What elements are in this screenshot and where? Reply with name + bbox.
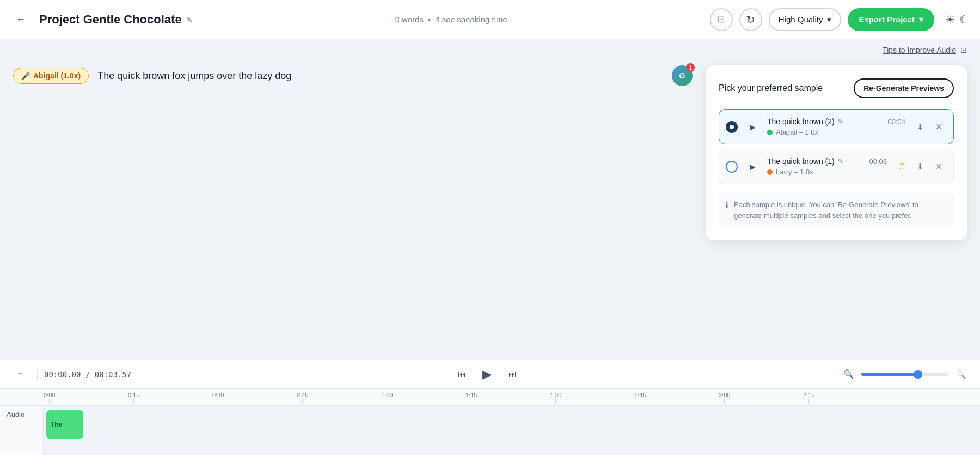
zoom-in-icon-button[interactable]: 🔍: [953, 366, 969, 383]
sample-title-row-2: The quick brown (1) ✎ 00:03: [767, 157, 887, 166]
ruler-mark-9: 2:15: [803, 392, 814, 403]
sample-close-2[interactable]: ✕: [930, 159, 947, 175]
sample-timer-2[interactable]: ⏱: [893, 159, 910, 175]
play-button[interactable]: ▶: [476, 363, 498, 385]
screenshot-button[interactable]: ⊡: [710, 8, 733, 31]
sample-panel-header: Pick your preferred sample Re-Generate P…: [719, 78, 954, 98]
zoom-controls: 🔍 🔍: [841, 366, 969, 383]
sample-panel: Pick your preferred sample Re-Generate P…: [706, 65, 967, 240]
ruler-tick-3: [302, 399, 303, 403]
ruler-tick-6: [555, 399, 556, 403]
export-chevron-icon: ▾: [919, 15, 923, 25]
ruler-tick-8: [724, 399, 725, 403]
audio-clip[interactable]: The: [46, 410, 83, 439]
header: ← Project Gentle Chocolate ✎ 9 words • 4…: [0, 0, 980, 39]
ruler-tick-9: [808, 399, 809, 403]
sample-download-1[interactable]: ⬇: [912, 119, 928, 135]
regenerate-button[interactable]: Re-Generate Previews: [854, 78, 954, 98]
sample-item-2[interactable]: ▶ The quick brown (1) ✎ 00:03 Larry – 1.…: [719, 149, 954, 184]
skip-back-button[interactable]: ⏮: [452, 365, 472, 384]
sample-note: ℹ Each sample is unique. You can 'Re-Gen…: [719, 193, 954, 227]
transport-bar: − 00:00.00 / 00:03.57 ⏮ ▶ ⏭ 🔍: [0, 360, 980, 389]
grammarly-badge: 1: [686, 63, 695, 72]
track-label: Audio: [0, 406, 44, 455]
speaker-label: Abigail (1.0x): [33, 71, 81, 80]
sample-play-1[interactable]: ▶: [744, 119, 761, 135]
edit-project-icon[interactable]: ✎: [186, 15, 193, 24]
sample-download-2[interactable]: ⬇: [912, 159, 928, 175]
sample-speaker-label-1: Abigail – 1.0x: [776, 128, 818, 136]
ruler-mark-7: 1:45: [634, 392, 646, 403]
audio-clip-label: The: [46, 418, 66, 430]
zoom-slider-thumb[interactable]: [914, 370, 922, 379]
sentence-text: The quick brown fox jumps over the lazy …: [97, 70, 291, 82]
sample-color-dot-1: [767, 130, 773, 135]
zoom-out-button[interactable]: −: [11, 365, 30, 384]
grammarly-button[interactable]: G 1: [672, 65, 693, 86]
skip-forward-button[interactable]: ⏭: [503, 365, 522, 384]
skip-forward-icon: ⏭: [508, 369, 517, 379]
ruler-label-9: 2:15: [803, 392, 814, 398]
ruler-label-3: 0:45: [297, 392, 308, 398]
ruler-mark-4: 1:00: [381, 392, 393, 403]
ruler-mark-0: 0:00: [44, 392, 55, 403]
ruler-mark-3: 0:45: [297, 392, 308, 403]
pick-sample-label: Pick your preferred sample: [719, 83, 823, 93]
refresh-button[interactable]: ↻: [739, 8, 762, 31]
header-right: ⊡ ↻ High Quality ▾ Export Project ▾ ☀ ☾: [710, 8, 969, 31]
ruler-tick-1: [133, 399, 134, 403]
main-area: Tips to Improve Audio ⊡ 🎤 Abigail (1.0x)…: [0, 39, 980, 360]
sample-edit-icon-2[interactable]: ✎: [838, 157, 843, 165]
play-icon: ▶: [482, 367, 492, 381]
tips-icon[interactable]: ⊡: [960, 46, 967, 54]
sample-speaker-label-2: Larry – 1.0x: [776, 168, 813, 176]
zoom-in-icon: 🔍: [955, 369, 966, 379]
sample-name-1: The quick brown (2): [767, 117, 835, 126]
zoom-out-icon: 🔍: [843, 369, 854, 379]
ruler-mark-8: 2:00: [719, 392, 730, 403]
track-label-text: Audio: [7, 410, 24, 418]
ruler-tick-0: [49, 399, 50, 403]
zoom-slider-track[interactable]: [861, 373, 948, 376]
sample-duration-2: 00:03: [869, 157, 887, 166]
sun-icon[interactable]: ☀: [945, 13, 955, 26]
ruler-tick-4: [387, 399, 387, 403]
sample-play-2[interactable]: ▶: [744, 159, 761, 175]
sample-item-1[interactable]: ▶ The quick brown (2) ✎ 00:04 Abigail – …: [719, 109, 954, 144]
ruler-label-0: 0:00: [44, 392, 55, 398]
tracks-area: Audio The: [0, 406, 980, 455]
moon-icon[interactable]: ☾: [959, 13, 969, 26]
quality-label: High Quality: [779, 15, 823, 24]
sample-radio-1[interactable]: [726, 121, 738, 133]
content-row: 🎤 Abigail (1.0x) The quick brown fox jum…: [0, 57, 980, 360]
sample-edit-icon-1[interactable]: ✎: [838, 118, 843, 125]
chevron-down-icon: ▾: [827, 15, 831, 25]
left-panel: 🎤 Abigail (1.0x) The quick brown fox jum…: [13, 65, 693, 86]
tips-link[interactable]: Tips to Improve Audio: [883, 46, 956, 54]
time-total: 00:03.57: [95, 370, 131, 379]
time-current: 00:00.00: [44, 370, 81, 379]
sample-radio-2[interactable]: [726, 161, 738, 173]
mic-icon: 🎤: [21, 72, 30, 80]
ruler-label-7: 1:45: [634, 392, 646, 398]
header-stats: 9 words • 4 sec speaking time: [201, 15, 701, 24]
ruler-label-5: 1:15: [465, 392, 477, 398]
quality-selector[interactable]: High Quality ▾: [769, 8, 842, 31]
ruler-tick-5: [471, 399, 471, 403]
transport-divider-1: [37, 368, 38, 381]
speaker-badge[interactable]: 🎤 Abigail (1.0x): [13, 68, 89, 84]
ruler-mark-1: 0:15: [128, 392, 139, 403]
ruler-label-8: 2:00: [719, 392, 730, 398]
ruler-labels: 0:00 0:15 0:30 0:45 1:00 1:15: [44, 389, 980, 405]
sample-close-1[interactable]: ✕: [930, 119, 947, 135]
sample-title-row-1: The quick brown (2) ✎ 00:04: [767, 117, 905, 126]
separator: •: [428, 15, 431, 24]
skip-back-icon: ⏮: [458, 369, 467, 379]
ruler-mark-6: 1:30: [550, 392, 561, 403]
back-button[interactable]: ←: [11, 10, 30, 29]
tips-bar: Tips to Improve Audio ⊡: [0, 39, 980, 57]
ruler-mark-5: 1:15: [465, 392, 477, 403]
info-icon: ℹ: [725, 200, 728, 210]
zoom-out-icon-button[interactable]: 🔍: [841, 366, 857, 383]
export-button[interactable]: Export Project ▾: [848, 8, 934, 31]
